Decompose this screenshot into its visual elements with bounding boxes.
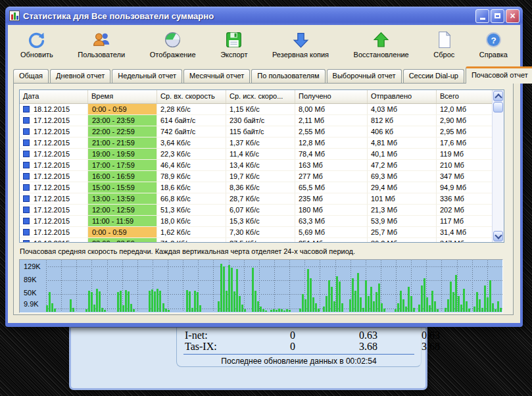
title-bar[interactable]: Статистика для Все пользователи суммарно… xyxy=(5,7,523,25)
help-button[interactable]: ? Справка xyxy=(476,29,511,60)
cell-in-speed: 2,28 Кб/с xyxy=(157,104,226,115)
cell-sent: 4,03 Мб xyxy=(368,104,437,115)
cell-total: 210 Мб xyxy=(437,160,493,171)
cell-total: 12,0 Мб xyxy=(437,104,493,115)
export-button[interactable]: Экспорт xyxy=(217,29,251,60)
cell-time: 11:00 - 11:59 xyxy=(88,216,157,227)
toolbar-label: Пользователи xyxy=(78,51,125,59)
restore-button[interactable]: Восстановление xyxy=(351,29,412,60)
backup-button[interactable]: Резервная копия xyxy=(269,29,332,60)
cell-received: 5,69 Мб xyxy=(295,227,368,238)
cell-date: 16.12.2015 xyxy=(34,239,70,242)
reset-button[interactable]: Сброс xyxy=(430,29,458,60)
hourly-report-panel: Дата Время Ср. вх. скорость Ср. исх. ско… xyxy=(13,83,514,315)
minimize-button[interactable] xyxy=(475,9,489,23)
table-row[interactable]: 17.12.201517:00 - 17:5946,4 Кб/с13,4 Кб/… xyxy=(20,160,504,171)
column-header-out-speed[interactable]: Ср. исх. скоро... xyxy=(226,90,295,103)
tab-item[interactable]: Месячный отчет xyxy=(183,69,250,83)
scroll-up-button[interactable] xyxy=(493,91,503,101)
display-button[interactable]: Отображение xyxy=(147,29,199,60)
window-client-area: Обновить Пользователи Отображени xyxy=(8,25,520,323)
column-header-date[interactable]: Дата xyxy=(20,90,88,103)
column-header-received[interactable]: Получено xyxy=(295,90,368,103)
table-row[interactable]: 17.12.201515:00 - 15:5918,6 Кб/с8,36 Кб/… xyxy=(20,182,504,193)
tab-item[interactable]: Сессии Dial-up xyxy=(403,69,464,83)
cell-out-speed: 8,36 Кб/с xyxy=(226,182,295,193)
cell-date: 17.12.2015 xyxy=(34,150,70,158)
bar-chart-icon xyxy=(9,11,20,21)
cell-sent: 21,3 Мб xyxy=(368,205,437,216)
cell-date: 17.12.2015 xyxy=(34,172,70,180)
minimize-icon xyxy=(480,18,485,20)
toolbar-label: Сброс xyxy=(433,51,454,59)
row-bullet-icon xyxy=(23,151,30,157)
cell-date: 17.12.2015 xyxy=(34,228,70,236)
table-row[interactable]: 18.12.20150:00 - 0:592,28 Кб/с1,15 Кб/с8… xyxy=(20,104,504,115)
cell-out-speed: 13,4 Кб/с xyxy=(226,160,295,171)
cell-received: 180 Мб xyxy=(295,205,368,216)
scroll-down-button[interactable] xyxy=(493,231,503,241)
row-bullet-icon xyxy=(23,106,30,112)
vertical-scrollbar[interactable] xyxy=(492,90,504,242)
scrollbar-thumb[interactable] xyxy=(493,102,503,112)
y-axis-tick: 89K xyxy=(24,276,37,284)
table-row[interactable]: 17.12.201512:00 - 12:5951,3 Кб/с6,07 Кб/… xyxy=(20,205,504,216)
table-row[interactable]: 17.12.201522:00 - 22:59742 байт/с115 бай… xyxy=(20,126,504,137)
users-button[interactable]: Пользователи xyxy=(74,29,128,60)
row-bullet-icon xyxy=(23,128,30,135)
cell-time: 23:00 - 23:59 xyxy=(88,115,157,126)
cell-received: 277 Мб xyxy=(295,171,368,182)
tab-item[interactable]: По пользователям xyxy=(251,69,325,83)
statistics-window: Статистика для Все пользователи суммарно… xyxy=(5,7,523,327)
cell-sent: 53,9 Мб xyxy=(368,216,437,227)
chart-caption: Почасовая средняя скорость передачи. Каж… xyxy=(20,247,355,255)
column-header-sent[interactable]: Отправлено xyxy=(368,90,437,103)
cell-received: 12,8 Мб xyxy=(295,137,368,149)
close-button[interactable]: × xyxy=(506,9,520,23)
cell-date: 17.12.2015 xyxy=(34,217,70,225)
cell-out-speed: 1,37 Кб/с xyxy=(226,137,295,149)
table-row[interactable]: 17.12.201513:00 - 13:5966,8 Кб/с28,7 Кб/… xyxy=(20,193,504,205)
y-axis-tick: 129K xyxy=(24,262,41,270)
last-update-status: Последнее обновление данных в 00:02:54 xyxy=(177,356,421,366)
table-row[interactable]: 17.12.201521:00 - 21:593,64 Кб/с1,37 Кб/… xyxy=(20,137,504,149)
cell-out-speed: 11,4 Кб/с xyxy=(226,149,295,160)
refresh-button[interactable]: Обновить xyxy=(17,29,57,60)
help-icon: ? xyxy=(484,30,503,49)
table-row[interactable]: 17.12.201516:00 - 16:5978,9 Кб/с19,7 Кб/… xyxy=(20,171,504,182)
column-header-in-speed[interactable]: Ср. вх. скорость xyxy=(157,90,226,103)
cell-date: 17.12.2015 xyxy=(34,184,70,191)
cell-date: 17.12.2015 xyxy=(34,161,70,169)
row-bullet-icon xyxy=(23,184,30,191)
cell-time: 15:00 - 15:59 xyxy=(88,182,157,193)
table-body: 18.12.20150:00 - 0:592,28 Кб/с1,15 Кб/с8… xyxy=(20,104,504,242)
table-row[interactable]: 17.12.20150:00 - 0:591,62 Кб/с7,30 Кб/с5… xyxy=(20,227,504,238)
cell-time: 22:00 - 22:59 xyxy=(88,126,157,137)
cell-in-speed: 614 байт/с xyxy=(157,115,226,126)
cell-time: 16:00 - 16:59 xyxy=(88,171,157,182)
tab-item[interactable]: Общая xyxy=(13,69,49,83)
cell-time: 12:00 - 12:59 xyxy=(88,205,157,216)
traffic-value: 0.63 xyxy=(295,330,377,341)
cell-total: 2,90 Мб xyxy=(437,115,493,126)
tab-item[interactable]: Выборочный отчет xyxy=(327,69,402,83)
tab-item[interactable]: Недельный отчет xyxy=(112,69,182,83)
status-window[interactable]: I-net: 0 0.63 0.63 Tas-IX: 0 3.68 3.68 П… xyxy=(69,325,427,390)
maximize-button[interactable] xyxy=(491,9,504,23)
cell-received: 2,11 Мб xyxy=(295,115,368,126)
table-row[interactable]: 17.12.201519:00 - 19:5922,3 Кб/с11,4 Кб/… xyxy=(20,149,504,160)
table-row[interactable]: 16.12.201523:00 - 23:5971,2 Кб/с27,5 Кб/… xyxy=(20,238,504,242)
column-header-total[interactable]: Всего xyxy=(437,90,493,103)
column-header-time[interactable]: Время xyxy=(88,90,157,103)
cell-sent: 86,2 Мб xyxy=(368,238,437,242)
svg-text:?: ? xyxy=(491,36,496,45)
divider xyxy=(183,354,414,355)
table-row[interactable]: 17.12.201511:00 - 11:5918,0 Кб/с15,3 Кб/… xyxy=(20,216,504,227)
cell-sent: 406 Кб xyxy=(368,126,437,137)
cell-total: 117 Мб xyxy=(437,216,493,227)
table-row[interactable]: 17.12.201523:00 - 23:59614 байт/с230 бай… xyxy=(20,115,504,126)
tab-active[interactable]: Почасовой отчет xyxy=(466,66,532,84)
tab-item[interactable]: Дневной отчет xyxy=(50,69,110,83)
backup-down-arrow-icon xyxy=(291,30,310,49)
row-bullet-icon xyxy=(23,162,30,168)
